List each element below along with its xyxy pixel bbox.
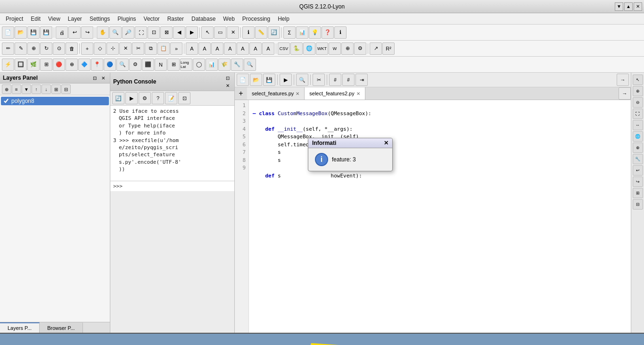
raster3-btn[interactable]: R² xyxy=(382,42,395,55)
pencil-btn[interactable]: ✏ xyxy=(2,42,14,55)
plugin8-btn[interactable]: 📍 xyxy=(91,59,103,71)
tab-close-2[interactable]: ✕ xyxy=(356,91,360,96)
py-editor-btn[interactable]: 📝 xyxy=(165,92,177,104)
layers-tab[interactable]: Layers P... xyxy=(0,322,40,333)
plugin5-btn[interactable]: 🔴 xyxy=(53,59,65,71)
minimize-btn[interactable]: ▼ xyxy=(615,2,623,11)
code-run-btn[interactable]: ▶ xyxy=(280,74,292,86)
plugin6-btn[interactable]: ⊕ xyxy=(66,59,78,71)
code-cut-btn[interactable]: ✂ xyxy=(313,74,325,86)
rotate-btn[interactable]: ↻ xyxy=(40,42,52,55)
print-btn[interactable]: 🖨 xyxy=(56,26,68,39)
tab-select-features[interactable]: select_features.py ✕ xyxy=(247,87,305,100)
select-features-btn[interactable]: ↖ xyxy=(201,26,214,39)
zoom-full-btn[interactable]: ⛶ xyxy=(135,26,147,39)
tab-scroll-right-btn[interactable]: → xyxy=(619,87,631,100)
label6-btn[interactable]: A xyxy=(249,42,262,55)
plugin15-btn[interactable]: Long Lat xyxy=(180,59,192,71)
label7-btn[interactable]: A xyxy=(262,42,274,55)
code-close-btn[interactable]: → xyxy=(617,74,629,86)
menu-raster[interactable]: Raster xyxy=(164,15,188,23)
map-canvas[interactable] xyxy=(0,333,644,345)
py-run-btn[interactable]: ▶ xyxy=(125,92,138,104)
label4-btn[interactable]: A xyxy=(224,42,236,55)
close-btn[interactable]: ✕ xyxy=(634,2,642,11)
rp-btn-7[interactable]: ⊕ xyxy=(633,143,643,153)
redo-btn[interactable]: ↪ xyxy=(81,26,93,39)
layer-visibility-checkbox[interactable] xyxy=(3,98,9,104)
code-find-btn[interactable]: 🔍 xyxy=(296,74,308,86)
plugin17-btn[interactable]: 📊 xyxy=(206,59,218,71)
move-down-btn[interactable]: ↓ xyxy=(41,84,51,94)
help-btn[interactable]: ❓ xyxy=(322,26,334,39)
plugin14-btn[interactable]: ⊞ xyxy=(167,59,180,71)
zoom-in-btn[interactable]: 🔍 xyxy=(109,26,122,39)
rp-btn-8[interactable]: 🔧 xyxy=(633,154,643,164)
chart-btn[interactable]: 📊 xyxy=(296,26,308,39)
tab-close-1[interactable]: ✕ xyxy=(296,91,299,96)
panel-close-btn[interactable]: ✕ xyxy=(99,74,107,82)
py-close-editor-btn[interactable]: ⊡ xyxy=(178,92,190,104)
tab-select-features2[interactable]: select_features2.py ✕ xyxy=(305,87,365,100)
next-extent-btn[interactable]: ▶ xyxy=(186,26,198,39)
raster2-btn[interactable]: ↗ xyxy=(370,42,382,55)
plugin12-btn[interactable]: ⬛ xyxy=(142,59,154,71)
delete-sel-btn[interactable]: ✕ xyxy=(119,42,132,55)
plugin11-btn[interactable]: ⚙ xyxy=(129,59,141,71)
browser-tab[interactable]: Browser P... xyxy=(40,322,83,333)
wkt-btn[interactable]: WKT xyxy=(316,42,328,55)
expand-btn[interactable]: ⊞ xyxy=(51,84,61,94)
rp-btn-11[interactable]: ⊞ xyxy=(633,188,643,198)
new-project-btn[interactable]: 📄 xyxy=(2,26,14,39)
rp-btn-10[interactable]: ↪ xyxy=(633,177,643,187)
pan-btn[interactable]: ✋ xyxy=(97,26,109,39)
code-text[interactable]: – class CustomMessageBox(QMessageBox): d… xyxy=(249,100,631,333)
copy-btn[interactable]: ⧉ xyxy=(145,42,157,55)
plugin7-btn[interactable]: 🔷 xyxy=(78,59,91,71)
code-indent-btn[interactable]: ⇥ xyxy=(355,74,368,86)
move-up-btn[interactable]: ↑ xyxy=(32,84,41,94)
identify-btn[interactable]: ℹ xyxy=(242,26,255,39)
add-layer-btn[interactable]: ⊕ xyxy=(2,84,11,94)
filter-layer-btn[interactable]: ≡ xyxy=(12,84,21,94)
save-project-btn[interactable]: 💾 xyxy=(27,26,40,39)
plugin13-btn[interactable]: N xyxy=(155,59,167,71)
tab-add-btn[interactable]: + xyxy=(235,87,247,100)
rp-btn-1[interactable]: ↖ xyxy=(633,75,643,85)
menu-project[interactable]: Project xyxy=(2,15,27,23)
tips-btn[interactable]: 💡 xyxy=(309,26,321,39)
rp-btn-6[interactable]: 🌐 xyxy=(633,131,643,142)
wkb-btn[interactable]: W xyxy=(329,42,341,55)
symbol-btn[interactable]: Σ xyxy=(283,26,296,39)
plugin3-btn[interactable]: 🌿 xyxy=(27,59,40,71)
code-new-btn[interactable]: 📄 xyxy=(237,74,249,86)
undo-btn[interactable]: ↩ xyxy=(68,26,81,39)
about-btn[interactable]: ℹ xyxy=(334,26,347,39)
py-options-btn[interactable]: ⚙ xyxy=(139,92,151,104)
delete-btn[interactable]: 🗑 xyxy=(66,42,78,55)
menu-edit[interactable]: Edit xyxy=(27,15,44,23)
python-btn[interactable]: 🐍 xyxy=(290,42,303,55)
cut-btn[interactable]: ✂ xyxy=(132,42,144,55)
add-feature-btn[interactable]: + xyxy=(81,42,93,55)
plugin18-btn[interactable]: 🌾 xyxy=(218,59,231,71)
select-rect-btn[interactable]: ▭ xyxy=(214,26,226,39)
menu-help[interactable]: Help xyxy=(274,15,293,23)
plugin20-btn[interactable]: 🔍 xyxy=(244,59,256,71)
plugin9-btn[interactable]: 🔵 xyxy=(104,59,116,71)
move-vertex-btn[interactable]: ⊙ xyxy=(53,42,65,55)
snap-btn[interactable]: ⊕ xyxy=(27,42,40,55)
measure-btn[interactable]: 📏 xyxy=(255,26,267,39)
label2-btn[interactable]: A xyxy=(198,42,211,55)
label-btn[interactable]: A xyxy=(186,42,198,55)
info-dialog-close[interactable]: ✕ xyxy=(384,140,388,146)
plugin19-btn[interactable]: 🔧 xyxy=(231,59,243,71)
plugin1-btn[interactable]: ⚡ xyxy=(2,59,14,71)
rp-btn-2[interactable]: ⊕ xyxy=(633,86,643,96)
label5-btn[interactable]: A xyxy=(237,42,249,55)
deselect-btn[interactable]: ✕ xyxy=(227,26,239,39)
python-input[interactable] xyxy=(124,183,231,189)
prev-extent-btn[interactable]: ◀ xyxy=(173,26,185,39)
refresh-btn[interactable]: 🔄 xyxy=(268,26,280,39)
menu-web[interactable]: Web xyxy=(219,15,238,23)
